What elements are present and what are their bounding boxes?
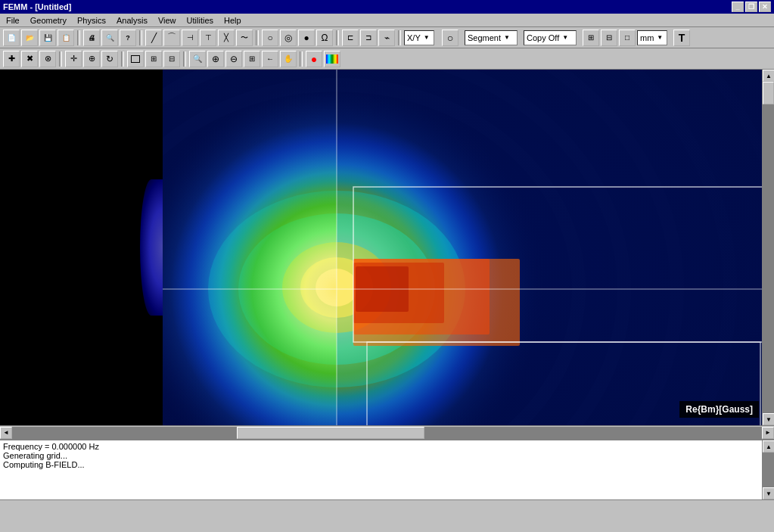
group[interactable]: ⊟: [163, 51, 180, 67]
plane-dropdown[interactable]: X/Y: [404, 30, 434, 45]
scroll-up-button[interactable]: ▲: [763, 70, 774, 82]
zoom-in[interactable]: ⊕: [207, 51, 224, 67]
sep2: [139, 30, 142, 45]
circle3[interactable]: ●: [298, 30, 315, 46]
status-text: [3, 502, 5, 512]
segment-dropdown[interactable]: Segment: [465, 30, 518, 45]
log-line-1: Frequency = 0.000000 Hz: [3, 442, 759, 451]
vertical-scrollbar[interactable]: ▲ ▼: [762, 70, 774, 425]
units-dropdown[interactable]: mm: [637, 30, 667, 45]
circle2[interactable]: ◎: [280, 30, 297, 46]
zoom-region[interactable]: 🔍: [189, 51, 206, 67]
log-scroll-up[interactable]: ▲: [763, 440, 774, 453]
field-svg: [163, 70, 774, 425]
h-scroll-thumb[interactable]: [237, 427, 424, 439]
deselect[interactable]: ✖: [21, 51, 38, 67]
copyoff-dropdown[interactable]: Copy Off: [524, 30, 577, 45]
help-button[interactable]: ?: [120, 30, 136, 46]
menu-view[interactable]: View: [154, 15, 181, 26]
gradient-icon[interactable]: [324, 51, 340, 67]
close-button[interactable]: ✕: [759, 2, 771, 12]
log-line-3: Computing B-FIELD...: [3, 460, 759, 469]
left-panel: [0, 70, 163, 425]
printpreview-button[interactable]: 🔍: [101, 30, 118, 46]
save-button[interactable]: 💾: [39, 30, 56, 46]
left-shape: [140, 179, 163, 316]
menu-help[interactable]: Help: [219, 15, 246, 26]
svg-rect-18: [163, 70, 337, 425]
sep7: [121, 51, 124, 67]
select-all[interactable]: ✚: [3, 51, 20, 67]
rect-select2[interactable]: ⊞: [145, 51, 162, 67]
menu-file[interactable]: File: [2, 15, 24, 26]
log-scroll-down[interactable]: ▼: [763, 487, 774, 499]
zoom-prev[interactable]: ←: [262, 51, 278, 67]
print-button[interactable]: 🖨: [83, 30, 100, 46]
menu-geometry[interactable]: Geometry: [26, 15, 71, 26]
sep5: [398, 30, 401, 45]
draw-v[interactable]: ⊤: [200, 30, 216, 46]
toolbar-file: 📄 📂 💾 📋 🖨 🔍 ? ╱ ⌒ ⊣ ⊤ ╳ 〜 ○ ◎ ● Ω ⊏ ⊐ ⌁ …: [0, 27, 774, 48]
status-bar: [0, 499, 774, 513]
deselect2[interactable]: ⊗: [39, 51, 56, 67]
circle-mode[interactable]: ○: [442, 30, 458, 46]
boundary2[interactable]: ⊐: [360, 30, 377, 46]
log-scrollbar[interactable]: ▲ ▼: [762, 440, 774, 499]
log-scroll-track: [763, 453, 774, 487]
colormap-label: Re{Bm}[Gauss]: [679, 401, 759, 418]
sep4: [336, 30, 339, 45]
sep3: [256, 30, 259, 45]
scroll-left-button[interactable]: ◄: [0, 427, 12, 439]
draw-x[interactable]: ╳: [218, 30, 235, 46]
title-controls: _ ❐ ✕: [732, 2, 771, 12]
boundary3[interactable]: ⌁: [378, 30, 395, 46]
main-viewport: Re{Bm}[Gauss] ▲ ▼: [0, 70, 774, 425]
circle4[interactable]: Ω: [316, 30, 333, 46]
sep9: [300, 51, 303, 67]
rotate[interactable]: ↻: [101, 51, 118, 67]
text-button[interactable]: T: [673, 30, 690, 46]
minimize-button[interactable]: _: [732, 2, 744, 12]
new-button[interactable]: 📄: [3, 30, 20, 46]
pan[interactable]: ✋: [280, 51, 297, 67]
draw-h[interactable]: ⊣: [182, 30, 198, 46]
icon-a[interactable]: ⊞: [583, 30, 599, 46]
circle1[interactable]: ○: [262, 30, 278, 46]
log-area: Frequency = 0.000000 Hz Generating grid.…: [0, 439, 774, 499]
zoom-out[interactable]: ⊖: [225, 51, 242, 67]
log-line-2: Generating grid...: [3, 451, 759, 460]
rect-select[interactable]: [127, 51, 144, 67]
boundary1[interactable]: ⊏: [342, 30, 359, 46]
sep1: [77, 30, 80, 45]
horizontal-scrollbar[interactable]: ◄ ►: [0, 425, 774, 439]
move[interactable]: ✛: [65, 51, 82, 67]
icon-c[interactable]: □: [619, 30, 636, 46]
draw-wave[interactable]: 〜: [236, 30, 253, 46]
sep8: [183, 51, 186, 67]
saveas-button[interactable]: 📋: [58, 30, 74, 46]
sep6: [59, 51, 62, 67]
draw-line[interactable]: ╱: [145, 30, 162, 46]
open-button[interactable]: 📂: [21, 30, 38, 46]
zoom-fit[interactable]: ⊞: [244, 51, 260, 67]
draw-arc[interactable]: ⌒: [163, 30, 180, 46]
title-bar: FEMM - [Untitled] _ ❐ ✕: [0, 0, 774, 14]
toolbar-edit: ✚ ✖ ⊗ ✛ ⊕ ↻ ⊞ ⊟ 🔍 ⊕ ⊖ ⊞ ← ✋ ●: [0, 48, 774, 70]
restore-button[interactable]: ❐: [745, 2, 757, 12]
title-text: FEMM - [Untitled]: [3, 2, 71, 11]
v-scroll-thumb[interactable]: [763, 82, 774, 104]
menu-analysis[interactable]: Analysis: [112, 15, 152, 26]
scroll-down-button[interactable]: ▼: [763, 413, 774, 425]
log-content: Frequency = 0.000000 Hz Generating grid.…: [0, 440, 762, 499]
menu-bar: File Geometry Physics Analysis View Util…: [0, 14, 774, 27]
red-dot[interactable]: ●: [306, 51, 322, 67]
move2[interactable]: ⊕: [83, 51, 100, 67]
h-scroll-track: [12, 427, 762, 439]
icon-b[interactable]: ⊟: [601, 30, 617, 46]
menu-physics[interactable]: Physics: [73, 15, 110, 26]
menu-utilities[interactable]: Utilities: [182, 15, 218, 26]
scroll-right-button[interactable]: ►: [762, 427, 774, 439]
field-display: Re{Bm}[Gauss] ▲ ▼: [163, 70, 774, 425]
